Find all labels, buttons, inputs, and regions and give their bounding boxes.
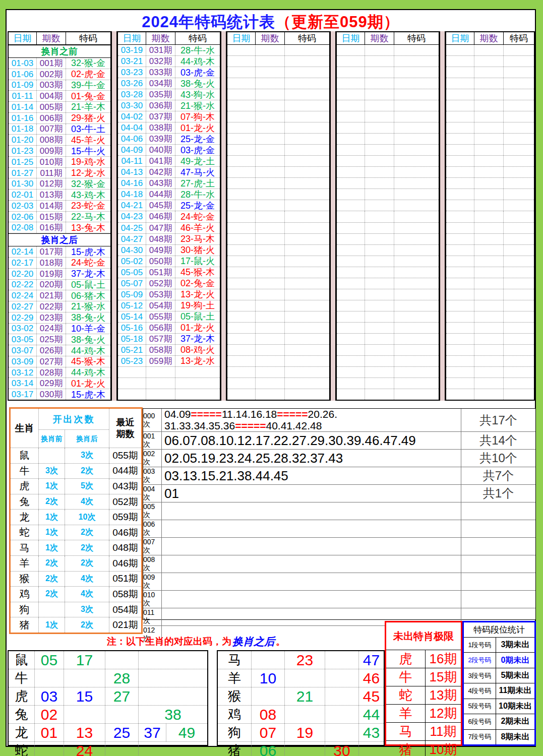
cell-date: 05-23 [118,356,146,366]
zodiac-name: 猴 [218,687,252,705]
cell-special-code [285,145,329,155]
cell-date [446,89,474,100]
unseen-zodiac-row: 羊12期 [386,705,461,723]
cell-date: 03-21 [118,56,146,67]
cell-period [474,189,504,200]
zodiac-name: 鼠 [11,448,39,463]
table-row [227,45,329,56]
table-row [446,289,534,300]
header-recent-period: 最近期数 [109,409,141,448]
table-row [118,389,220,400]
table-header-row: 日期期数特码 [118,32,220,45]
header-period: 期数 [256,32,285,44]
cell-date: 02-03 [9,201,37,211]
cell-special-code [394,311,439,322]
cell-date [337,45,365,55]
frequency-table: 000次04.09=====11.14.16.18=====20.26.31.3… [143,408,536,620]
zodiac-number-cell: 24 [64,742,105,756]
cell-date: 01-14 [9,102,37,112]
cell-period [256,134,285,144]
cell-special-code [504,145,534,155]
table-row [227,334,329,345]
zodiac-number-cell: 43 [359,724,384,741]
zodiac-name: 鸡 [11,587,39,602]
table-row [337,223,439,234]
frequency-numbers [162,538,461,555]
cell-date [446,245,474,256]
cell-period: 047期 [146,223,175,233]
zodiac-number-cell: 05 [35,651,64,669]
table-row [227,267,329,278]
cell-period: 051期 [146,267,175,278]
cell-date [337,223,365,233]
cell-period [256,256,285,267]
table-row: 03-07026期44-鸡-木 [9,345,110,356]
frequency-row: 008次 [143,555,535,573]
cell-date: 03-30 [118,100,146,111]
zodiac-stats-row: 猪1次2次021期 [11,617,141,633]
cell-period [365,334,394,344]
period-group-5: 日期期数特码 [445,31,535,401]
zodiac-number-row: 牛28 [9,669,207,687]
zodiac-number-cell [285,669,325,687]
times-before: 2次 [39,587,65,602]
table-rows: 换肖之前01-03001期32-猴-金01-06002期02-虎-金01-090… [9,45,110,400]
cell-period: 040期 [146,145,175,155]
note-highlight: 换肖之后 [231,635,276,649]
cell-date [446,334,474,344]
cell-period [256,111,285,122]
cell-date [227,289,256,300]
table-row: 03-30036期21-猴-水 [118,100,220,111]
table-row [446,245,534,256]
title-suffix: （更新至059期） [275,13,400,31]
cell-special-code [504,78,534,89]
cell-period [474,356,504,366]
table-row [227,223,329,234]
table-row: 03-28035期43-狗-水 [118,89,220,100]
table-row: 04-09040期03-虎-金 [118,145,220,156]
table-row [337,234,439,245]
cell-date: 02-20 [9,269,37,279]
cell-period [256,200,285,211]
cell-special-code: 02-虎-金 [66,69,110,80]
cell-date [446,200,474,211]
cell-period: 027期 [37,356,66,367]
table-row [446,323,534,334]
unseen-zodiac-row: 虎16期 [386,650,461,668]
frequency-row: 003次03.13.15.21.38.44.45共7个 [143,467,535,485]
table-header-row: 日期期数特码 [227,32,329,45]
cell-special-code [394,245,439,256]
cell-special-code [175,367,220,377]
cell-special-code [504,134,534,144]
cell-period [256,389,285,400]
cell-date [446,178,474,188]
cell-period: 004期 [37,91,66,101]
table-row: 02-03014期23-蛇-金 [9,201,110,212]
cell-date [227,156,256,166]
cell-period [256,378,285,389]
cell-period: 016期 [37,222,66,233]
cell-special-code: 19-狗-土 [175,300,220,311]
cell-date: 03-26 [118,78,146,89]
cell-period [474,278,504,289]
table-row [337,378,439,389]
cell-period [474,223,504,233]
table-row [337,389,439,400]
frequency-numbers [162,520,461,537]
cell-period [365,178,394,188]
main-table: 日期期数特码换肖之前01-03001期32-猴-金01-06002期02-虎-金… [8,31,535,401]
cell-special-code [394,45,439,55]
table-row [337,122,439,134]
times-after: 4次 [65,587,109,602]
numbers-segment: 06.07.08.10.12.17.22.27.29.30.39.46.47.4… [164,433,416,448]
zodiac-number-cell: 15 [64,687,105,705]
table-row [446,89,534,100]
segment-value: 3期未出 [496,638,534,652]
cell-special-code: 37-龙-木 [66,269,110,279]
cell-date [227,323,256,333]
cell-special-code: 15-虎-木 [66,389,110,400]
frequency-label: 011次 [143,608,162,625]
recent-period: 055期 [109,448,141,463]
cell-special-code [394,78,439,89]
table-row [227,234,329,245]
